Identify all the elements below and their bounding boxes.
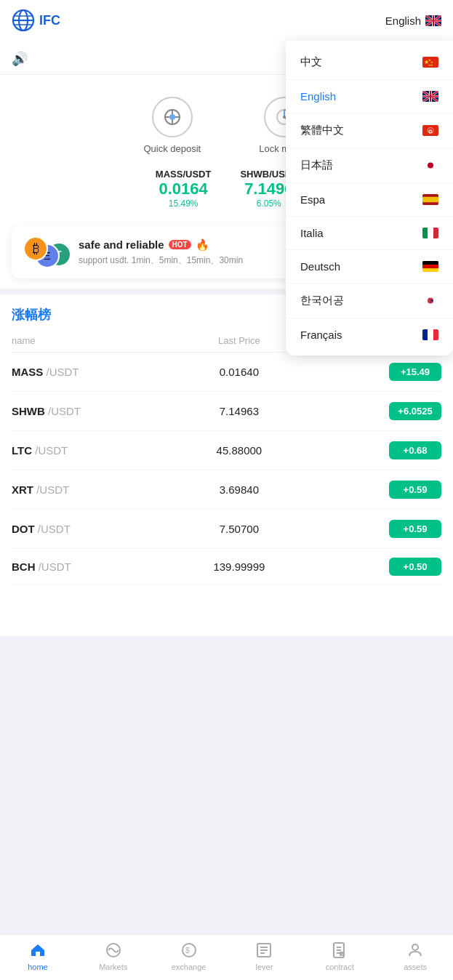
lang-item-ko[interactable]: 한국어공 (286, 284, 453, 318)
ticker-mass-pair: MASS/USDT (156, 169, 212, 180)
nav-assets-label: assets (404, 963, 427, 971)
change-badge-shwb: +6.0525 (389, 402, 441, 420)
ja-label: 日本語 (300, 158, 333, 172)
uk-flag-icon-2 (422, 91, 438, 102)
table-row[interactable]: SHWB /USDT 7.14963 +6.0525 (12, 392, 441, 431)
es-flag-icon (422, 194, 438, 205)
contract-icon: ✓ (330, 941, 349, 960)
svg-rect-28 (422, 96, 438, 97)
nav-lever-label: lever (255, 963, 273, 971)
logo-text: IFC (39, 13, 60, 28)
nav-contract[interactable]: ✓ contract (318, 941, 361, 971)
change-badge-bch: +0.50 (389, 558, 441, 576)
lang-item-it[interactable]: Italia (286, 217, 453, 250)
svg-rect-38 (422, 228, 428, 238)
lang-button[interactable]: English (385, 15, 441, 27)
fr-flag-icon (422, 329, 438, 340)
nav-exchange[interactable]: $ exchange (167, 941, 211, 971)
row-price-shwb: 7.14963 (164, 405, 316, 417)
row-change-dot: +0.59 (315, 520, 441, 538)
lang-label: English (385, 15, 421, 27)
uk-flag-icon (425, 15, 441, 26)
row-change-mass: +15.49 (315, 363, 441, 381)
row-change-shwb: +6.0525 (315, 402, 441, 420)
svg-text:✓: ✓ (341, 952, 344, 957)
row-price-dot: 7.50700 (164, 523, 316, 535)
promo-coins: ₿ Ξ T (23, 236, 70, 268)
row-name-shwb: SHWB /USDT (12, 405, 164, 417)
it-label: Italia (300, 227, 324, 239)
cn-flag-icon: ★ ★ ★ ★ ★ (422, 57, 438, 68)
lang-item-zt[interactable]: 繁體中文 ✿ (286, 113, 453, 148)
lever-icon (254, 941, 273, 960)
kr-flag-icon (422, 295, 438, 306)
row-name-mass: MASS /USDT (12, 366, 164, 378)
table-row[interactable]: LTC /USDT 45.88000 +0.68 (12, 431, 441, 470)
nav-markets[interactable]: Markets (92, 941, 135, 971)
nav-exchange-label: exchange (172, 963, 207, 971)
row-price-xrt: 3.69840 (164, 483, 316, 496)
row-name-bch: BCH /USDT (12, 561, 164, 573)
de-flag-icon (422, 261, 438, 272)
table-row[interactable]: DOT /USDT 7.50700 +0.59 (12, 510, 441, 549)
es-label: Espa (300, 193, 325, 206)
deposit-label: Quick deposit (143, 143, 201, 154)
globe-icon (12, 9, 35, 32)
exchange-icon: $ (180, 941, 199, 960)
jp-flag-icon (422, 160, 438, 171)
row-change-xrt: +0.59 (315, 481, 441, 499)
svg-text:$: $ (185, 947, 190, 955)
bottom-nav: home Markets $ exchange lev (0, 934, 453, 980)
nav-home[interactable]: home (16, 941, 60, 971)
row-price-mass: 0.01640 (164, 366, 316, 378)
table-row[interactable]: MASS /USDT 0.01640 +15.49 (12, 353, 441, 392)
en-label: English (300, 90, 336, 103)
row-name-ltc: LTC /USDT (12, 444, 164, 457)
change-badge-dot: +0.59 (389, 520, 441, 538)
ticker-mass-change: 15.49% (169, 198, 199, 209)
fr-label: Français (300, 329, 342, 341)
lang-item-fr[interactable]: Français (286, 318, 453, 351)
hot-badge: HOT (169, 240, 191, 249)
nav-assets[interactable]: assets (393, 941, 437, 971)
table-row[interactable]: XRT /USDT 3.69840 +0.59 (12, 470, 441, 510)
change-badge-mass: +15.49 (389, 363, 441, 381)
change-badge-ltc: +0.68 (389, 441, 441, 459)
lang-item-de[interactable]: Deutsch (286, 250, 453, 284)
change-badge-xrt: +0.59 (389, 481, 441, 499)
zh-label: 中文 (300, 55, 322, 69)
nav-home-label: home (28, 963, 48, 971)
zt-label: 繁體中文 (300, 124, 344, 137)
nav-markets-label: Markets (99, 963, 127, 971)
ticker-mass[interactable]: MASS/USDT 0.0164 15.49% (156, 169, 212, 209)
home-icon (28, 941, 47, 960)
deposit-circle (152, 97, 193, 137)
sound-icon[interactable]: 🔊 (12, 51, 28, 67)
table-row[interactable]: BCH /USDT 139.99999 +0.50 (12, 549, 441, 585)
it-flag-icon (422, 228, 438, 238)
quick-deposit-item[interactable]: Quick deposit (143, 97, 201, 154)
hk-flag-icon: ✿ (422, 125, 438, 136)
lang-item-zh[interactable]: 中文 ★ ★ ★ ★ ★ (286, 45, 453, 80)
deposit-icon (162, 107, 183, 127)
svg-text:✿: ✿ (428, 129, 433, 134)
row-name-dot: DOT /USDT (12, 523, 164, 535)
row-price-ltc: 45.88000 (164, 444, 316, 457)
markets-icon (104, 941, 123, 960)
lang-item-es[interactable]: Espa (286, 183, 453, 217)
lang-dropdown: 中文 ★ ★ ★ ★ ★ English 繁體中文 (286, 41, 453, 356)
nav-contract-label: contract (326, 963, 354, 971)
row-price-bch: 139.99999 (164, 561, 316, 573)
svg-rect-41 (422, 261, 438, 265)
assets-icon (406, 941, 425, 960)
de-label: Deutsch (300, 260, 340, 273)
svg-point-33 (428, 163, 433, 169)
ticker-shwb-change: 6.05% (257, 198, 281, 209)
header-name: name (12, 335, 164, 346)
lang-item-ja[interactable]: 日本語 (286, 148, 453, 183)
nav-lever[interactable]: lever (242, 941, 286, 971)
lang-item-en[interactable]: English (286, 80, 453, 113)
svg-point-48 (169, 114, 175, 120)
row-change-ltc: +0.68 (315, 441, 441, 459)
svg-rect-13 (425, 20, 441, 21)
